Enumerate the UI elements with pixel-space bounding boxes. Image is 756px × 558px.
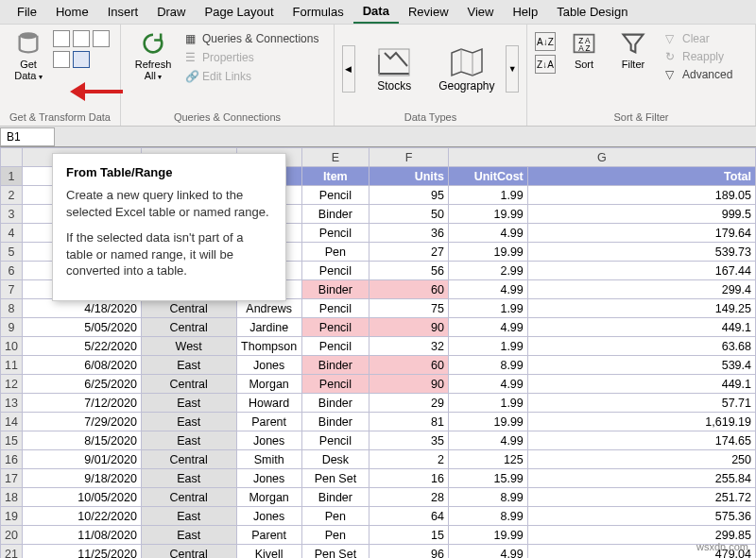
refresh-all-button[interactable]: Refresh All bbox=[129, 28, 178, 85]
edit-links-icon: 🔗 bbox=[185, 70, 198, 83]
row-header[interactable]: 14 bbox=[1, 413, 23, 431]
row-header[interactable]: 19 bbox=[1, 507, 23, 526]
group-label-sf: Sort & Filter bbox=[535, 110, 747, 126]
menu-file[interactable]: File bbox=[8, 1, 46, 23]
row-header[interactable]: 18 bbox=[1, 488, 23, 507]
group-label-get: Get & Transform Data bbox=[8, 110, 112, 126]
database-icon bbox=[15, 30, 42, 57]
row-header[interactable]: 20 bbox=[1, 526, 23, 545]
group-label-qc: Queries & Connections bbox=[129, 110, 326, 126]
connections-icon: ▦ bbox=[185, 32, 198, 45]
reapply-button[interactable]: ↻ Reapply bbox=[662, 48, 736, 65]
filter-button[interactable]: Filter bbox=[612, 28, 654, 72]
sort-button[interactable]: Z AA Z Sort bbox=[563, 28, 605, 72]
properties-icon: ☰ bbox=[185, 51, 198, 64]
table-row[interactable]: 179/18/2020EastJonesPen Set1615.99255.84 bbox=[1, 469, 756, 488]
stocks-icon bbox=[375, 45, 413, 79]
edit-links-button[interactable]: 🔗 Edit Links bbox=[181, 68, 322, 85]
menu-insert[interactable]: Insert bbox=[98, 1, 148, 23]
geography-button[interactable]: Geography bbox=[434, 45, 501, 93]
name-box[interactable]: B1 bbox=[0, 127, 55, 146]
formula-bar-row: B1 bbox=[0, 127, 756, 147]
recent-sources-icon[interactable] bbox=[93, 30, 110, 47]
clear-icon: ▽ bbox=[665, 32, 679, 45]
row-header[interactable]: 17 bbox=[1, 469, 23, 488]
refresh-icon bbox=[140, 30, 166, 57]
get-data-label: Get Data bbox=[9, 59, 47, 83]
menu-home[interactable]: Home bbox=[46, 1, 98, 23]
from-web-icon[interactable] bbox=[73, 30, 90, 47]
table-row[interactable]: 95/05/2020CentralJardinePencil904.99449.… bbox=[1, 318, 756, 337]
advanced-icon: ▽ bbox=[665, 68, 679, 81]
table-row[interactable]: 147/29/2020EastParentBinder8119.991,619.… bbox=[1, 413, 756, 431]
table-row[interactable]: 126/25/2020CentralMorganPencil904.99449.… bbox=[1, 375, 756, 394]
table-row[interactable]: 2111/25/2020CentralKivellPen Set964.9947… bbox=[1, 545, 756, 559]
row-header[interactable]: 9 bbox=[1, 318, 23, 337]
menu-review[interactable]: Review bbox=[399, 1, 458, 23]
select-all-corner[interactable] bbox=[1, 148, 23, 167]
col-e[interactable]: E bbox=[301, 148, 369, 167]
advanced-filter-button[interactable]: ▽ Advanced bbox=[662, 66, 736, 83]
tooltip-from-table-range: From Table/Range Create a new query link… bbox=[52, 153, 286, 301]
sort-asc-button[interactable]: A↓Z bbox=[535, 32, 556, 51]
row-header[interactable]: 12 bbox=[1, 375, 23, 394]
row-header[interactable]: 6 bbox=[1, 262, 23, 280]
row-header[interactable]: 3 bbox=[1, 205, 23, 224]
row-header[interactable]: 11 bbox=[1, 356, 23, 375]
from-table-icon[interactable] bbox=[73, 51, 90, 68]
from-text-icon[interactable] bbox=[53, 30, 70, 47]
watermark: wsxdn.com bbox=[696, 541, 748, 552]
row-header[interactable]: 10 bbox=[1, 337, 23, 356]
table-row[interactable]: 116/08/2020EastJonesBinder608.99539.4 bbox=[1, 356, 756, 375]
menu-draw[interactable]: Draw bbox=[147, 1, 195, 23]
clear-filter-button[interactable]: ▽ Clear bbox=[662, 30, 736, 47]
tooltip-text-1: Create a new query linked to the selecte… bbox=[66, 187, 272, 220]
row-header[interactable]: 16 bbox=[1, 450, 23, 469]
row-header[interactable]: 5 bbox=[1, 243, 23, 262]
col-f[interactable]: F bbox=[369, 148, 449, 167]
reapply-icon: ↻ bbox=[665, 50, 679, 63]
get-data-button[interactable]: Get Data bbox=[8, 28, 49, 85]
row-header[interactable]: 4 bbox=[1, 224, 23, 243]
group-sort-filter: A↓Z Z↓A Z AA Z Sort Filter ▽ Clear bbox=[527, 25, 756, 126]
table-row[interactable]: 2011/08/2020EastParentPen1519.99299.85 bbox=[1, 526, 756, 545]
row-header[interactable]: 8 bbox=[1, 299, 23, 318]
table-row[interactable]: 1810/05/2020CentralMorganBinder288.99251… bbox=[1, 488, 756, 507]
table-row[interactable]: 84/18/2020CentralAndrewsPencil751.99149.… bbox=[1, 299, 756, 318]
table-row[interactable]: 137/12/2020EastHowardBinder291.9957.71 bbox=[1, 394, 756, 413]
svg-point-0 bbox=[20, 32, 38, 39]
existing-conn-icon[interactable] bbox=[53, 51, 70, 68]
tooltip-text-2: If the selected data isn't part of a tab… bbox=[66, 229, 272, 279]
table-row[interactable]: 158/15/2020EastJonesPencil354.99174.65 bbox=[1, 431, 756, 450]
menubar: FileHomeInsertDrawPage LayoutFormulasDat… bbox=[0, 0, 756, 25]
stocks-button[interactable]: Stocks bbox=[361, 45, 428, 93]
refresh-label: Refresh All bbox=[130, 59, 176, 83]
tooltip-title: From Table/Range bbox=[66, 165, 272, 179]
geography-icon bbox=[448, 45, 486, 79]
group-data-types: ◀ Stocks Geography ▼ Data Types bbox=[335, 25, 527, 126]
table-row[interactable]: 1910/22/2020EastJonesPen648.99575.36 bbox=[1, 507, 756, 526]
table-row[interactable]: 169/01/2020CentralSmithDesk2125250 bbox=[1, 450, 756, 469]
menu-table-design[interactable]: Table Design bbox=[547, 1, 637, 23]
datatype-prev[interactable]: ◀ bbox=[342, 45, 355, 93]
group-queries: Refresh All ▦ Queries & Connections ☰ Pr… bbox=[121, 25, 335, 126]
menu-view[interactable]: View bbox=[458, 1, 504, 23]
row-header[interactable]: 2 bbox=[1, 186, 23, 205]
menu-help[interactable]: Help bbox=[503, 1, 547, 23]
menu-formulas[interactable]: Formulas bbox=[284, 1, 353, 23]
row-header[interactable]: 7 bbox=[1, 280, 23, 299]
row-header[interactable]: 1 bbox=[1, 167, 23, 186]
row-header[interactable]: 21 bbox=[1, 545, 23, 559]
table-row[interactable]: 105/22/2020WestThompsonPencil321.9963.68 bbox=[1, 337, 756, 356]
row-header[interactable]: 13 bbox=[1, 394, 23, 413]
svg-text:A Z: A Z bbox=[578, 44, 590, 53]
properties-button[interactable]: ☰ Properties bbox=[181, 49, 322, 66]
row-header[interactable]: 15 bbox=[1, 431, 23, 450]
col-g[interactable]: G bbox=[448, 148, 755, 167]
queries-connections-button[interactable]: ▦ Queries & Connections bbox=[181, 30, 322, 47]
filter-icon bbox=[620, 30, 646, 57]
datatype-next[interactable]: ▼ bbox=[506, 45, 519, 93]
menu-data[interactable]: Data bbox=[353, 0, 399, 24]
menu-page-layout[interactable]: Page Layout bbox=[196, 1, 284, 23]
sort-desc-button[interactable]: Z↓A bbox=[535, 55, 556, 74]
